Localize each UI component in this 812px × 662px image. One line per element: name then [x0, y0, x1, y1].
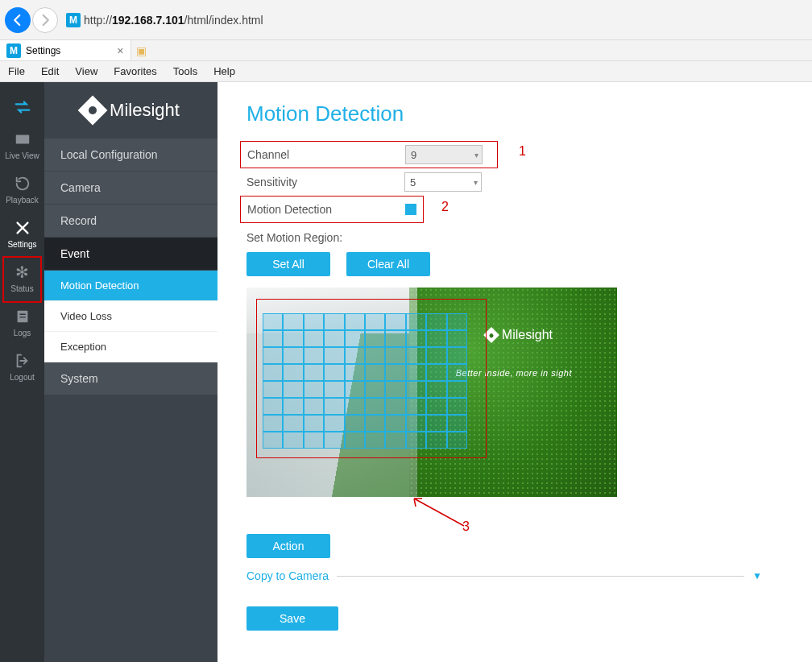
- grid-cell[interactable]: [426, 398, 446, 415]
- grid-cell[interactable]: [426, 347, 446, 364]
- grid-cell[interactable]: [345, 347, 365, 364]
- grid-cell[interactable]: [447, 313, 467, 330]
- grid-cell[interactable]: [447, 415, 467, 432]
- grid-cell[interactable]: [304, 330, 324, 347]
- grid-cell[interactable]: [385, 398, 405, 415]
- grid-cell[interactable]: [263, 330, 283, 347]
- grid-cell[interactable]: [365, 432, 385, 449]
- grid-cell[interactable]: [263, 415, 283, 432]
- nav-liveview[interactable]: Live View: [0, 130, 44, 160]
- grid-cell[interactable]: [426, 415, 446, 432]
- grid-cell[interactable]: [385, 381, 405, 398]
- grid-cell[interactable]: [283, 364, 303, 381]
- grid-cell[interactable]: [283, 415, 303, 432]
- grid-cell[interactable]: [447, 330, 467, 347]
- nav-logout[interactable]: Logout: [0, 352, 44, 382]
- grid-cell[interactable]: [385, 330, 405, 347]
- grid-cell[interactable]: [304, 432, 324, 449]
- grid-cell[interactable]: [447, 364, 467, 381]
- grid-cell[interactable]: [324, 415, 344, 432]
- grid-cell[interactable]: [283, 381, 303, 398]
- grid-cell[interactable]: [365, 347, 385, 364]
- grid-cell[interactable]: [304, 313, 324, 330]
- back-button[interactable]: [5, 7, 31, 33]
- grid-cell[interactable]: [426, 330, 446, 347]
- grid-cell[interactable]: [304, 381, 324, 398]
- nav-settings[interactable]: Settings: [0, 219, 44, 249]
- menu-system[interactable]: System: [44, 362, 218, 395]
- grid-cell[interactable]: [283, 313, 303, 330]
- forward-button[interactable]: [32, 7, 58, 33]
- grid-cell[interactable]: [365, 398, 385, 415]
- grid-cell[interactable]: [447, 347, 467, 364]
- nav-logs[interactable]: Logs: [0, 308, 44, 337]
- nav-swap-icon[interactable]: [0, 98, 44, 116]
- motion-region-preview[interactable]: Milesight Better inside, more in sight: [246, 288, 617, 497]
- grid-cell[interactable]: [345, 364, 365, 381]
- grid-cell[interactable]: [304, 347, 324, 364]
- menu-event[interactable]: Event: [44, 238, 218, 271]
- grid-cell[interactable]: [324, 398, 344, 415]
- grid-cell[interactable]: [426, 432, 446, 449]
- grid-cell[interactable]: [263, 313, 283, 330]
- menu-edit[interactable]: Edit: [41, 65, 59, 77]
- grid-cell[interactable]: [283, 398, 303, 415]
- grid-cell[interactable]: [385, 364, 405, 381]
- menu-local-config[interactable]: Local Configuration: [44, 139, 218, 172]
- tab-settings[interactable]: M Settings ×: [0, 40, 131, 60]
- grid-cell[interactable]: [304, 364, 324, 381]
- grid-cell[interactable]: [345, 432, 365, 449]
- grid-cell[interactable]: [263, 364, 283, 381]
- grid-cell[interactable]: [345, 330, 365, 347]
- grid-cell[interactable]: [365, 313, 385, 330]
- grid-cell[interactable]: [426, 381, 446, 398]
- grid-cell[interactable]: [345, 398, 365, 415]
- save-button[interactable]: Save: [246, 606, 338, 631]
- grid-cell[interactable]: [406, 432, 426, 449]
- grid-cell[interactable]: [406, 347, 426, 364]
- motion-enable-checkbox[interactable]: [405, 204, 416, 215]
- grid-cell[interactable]: [263, 432, 283, 449]
- grid-cell[interactable]: [324, 330, 344, 347]
- sensitivity-select[interactable]: 5 ▾: [404, 172, 482, 192]
- set-all-button[interactable]: Set All: [246, 252, 330, 276]
- action-button[interactable]: Action: [246, 534, 330, 558]
- submenu-video-loss[interactable]: Video Loss: [44, 301, 218, 332]
- grid-cell[interactable]: [283, 432, 303, 449]
- grid-cell[interactable]: [385, 313, 405, 330]
- menu-favorites[interactable]: Favorites: [114, 65, 156, 77]
- grid-cell[interactable]: [304, 415, 324, 432]
- grid-cell[interactable]: [324, 432, 344, 449]
- grid-cell[interactable]: [345, 381, 365, 398]
- menu-tools[interactable]: Tools: [173, 65, 197, 77]
- new-tab-button[interactable]: ▣: [131, 40, 152, 60]
- grid-cell[interactable]: [365, 364, 385, 381]
- grid-cell[interactable]: [283, 347, 303, 364]
- grid-cell[interactable]: [263, 398, 283, 415]
- menu-help[interactable]: Help: [213, 65, 235, 77]
- grid-cell[interactable]: [324, 381, 344, 398]
- channel-select[interactable]: 9 ▾: [405, 145, 483, 164]
- chevron-down-icon[interactable]: ▼: [752, 570, 762, 581]
- grid-cell[interactable]: [406, 381, 426, 398]
- grid-cell[interactable]: [345, 415, 365, 432]
- grid-cell[interactable]: [406, 313, 426, 330]
- grid-cell[interactable]: [385, 432, 405, 449]
- grid-cell[interactable]: [447, 398, 467, 415]
- grid-cell[interactable]: [324, 313, 344, 330]
- grid-cell[interactable]: [324, 347, 344, 364]
- grid-cell[interactable]: [365, 330, 385, 347]
- grid-cell[interactable]: [304, 398, 324, 415]
- grid-cell[interactable]: [345, 313, 365, 330]
- grid-cell[interactable]: [447, 381, 467, 398]
- grid-cell[interactable]: [385, 347, 405, 364]
- menu-camera[interactable]: Camera: [44, 172, 218, 205]
- grid-cell[interactable]: [283, 330, 303, 347]
- copy-to-camera-row[interactable]: Copy to Camera ▼: [246, 569, 762, 582]
- submenu-exception[interactable]: Exception: [44, 332, 218, 362]
- grid-cell[interactable]: [406, 398, 426, 415]
- nav-playback[interactable]: Playback: [0, 175, 44, 205]
- grid-cell[interactable]: [406, 364, 426, 381]
- grid-cell[interactable]: [426, 313, 446, 330]
- grid-cell[interactable]: [263, 381, 283, 398]
